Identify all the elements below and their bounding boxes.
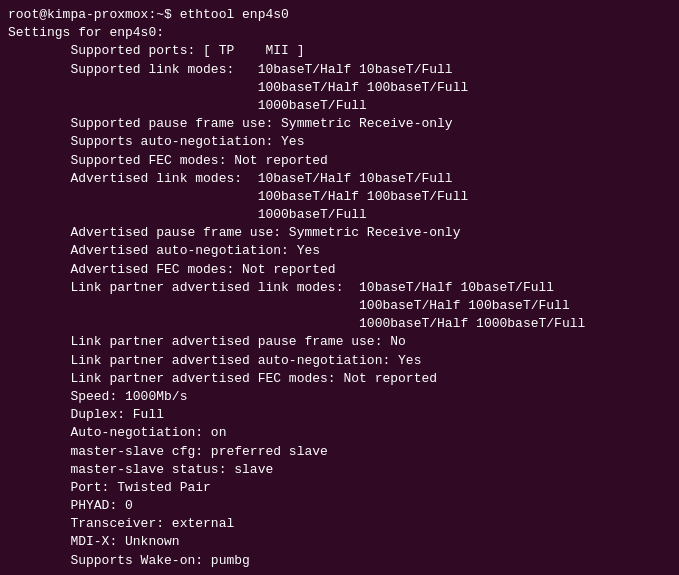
terminal-line: Advertised FEC modes: Not reported — [8, 261, 671, 279]
terminal-line: Link partner advertised pause frame use:… — [8, 333, 671, 351]
terminal-line: 1000baseT/Half 1000baseT/Full — [8, 315, 671, 333]
terminal-line: Advertised auto-negotiation: Yes — [8, 242, 671, 260]
terminal-line: Port: Twisted Pair — [8, 479, 671, 497]
terminal-line: Supported link modes: 10baseT/Half 10bas… — [8, 61, 671, 79]
wake-on-line: Wake-on: d — [8, 570, 671, 575]
terminal-line: Supports Wake-on: pumbg — [8, 552, 671, 570]
terminal-line: MDI-X: Unknown — [8, 533, 671, 551]
terminal-line: Speed: 1000Mb/s — [8, 388, 671, 406]
terminal-line: master-slave status: slave — [8, 461, 671, 479]
prompt-text: root@kimpa-proxmox:~$ — [8, 7, 180, 22]
terminal-line: Supported FEC modes: Not reported — [8, 152, 671, 170]
terminal-line: Advertised pause frame use: Symmetric Re… — [8, 224, 671, 242]
terminal-line: 100baseT/Half 100baseT/Full — [8, 297, 671, 315]
terminal-line: 1000baseT/Full — [8, 97, 671, 115]
terminal-line: 1000baseT/Full — [8, 206, 671, 224]
terminal-line: Transceiver: external — [8, 515, 671, 533]
terminal-line: Supported pause frame use: Symmetric Rec… — [8, 115, 671, 133]
terminal-line: 100baseT/Half 100baseT/Full — [8, 188, 671, 206]
terminal-line: PHYAD: 0 — [8, 497, 671, 515]
terminal-line: Supported ports: [ TP MII ] — [8, 42, 671, 60]
command-prompt: root@kimpa-proxmox:~$ ethtool enp4s0 — [8, 6, 671, 24]
terminal-output: Settings for enp4s0: Supported ports: [ … — [8, 24, 671, 570]
terminal-line: Duplex: Full — [8, 406, 671, 424]
terminal-line: Link partner advertised FEC modes: Not r… — [8, 370, 671, 388]
terminal-line: Supports auto-negotiation: Yes — [8, 133, 671, 151]
terminal-line: 100baseT/Half 100baseT/Full — [8, 79, 671, 97]
terminal-line: Link partner advertised auto-negotiation… — [8, 352, 671, 370]
terminal-line: master-slave cfg: preferred slave — [8, 443, 671, 461]
terminal-line: Settings for enp4s0: — [8, 24, 671, 42]
terminal-line: Auto-negotiation: on — [8, 424, 671, 442]
terminal-line: Link partner advertised link modes: 10ba… — [8, 279, 671, 297]
command-text: ethtool enp4s0 — [180, 7, 289, 22]
terminal-line: Advertised link modes: 10baseT/Half 10ba… — [8, 170, 671, 188]
